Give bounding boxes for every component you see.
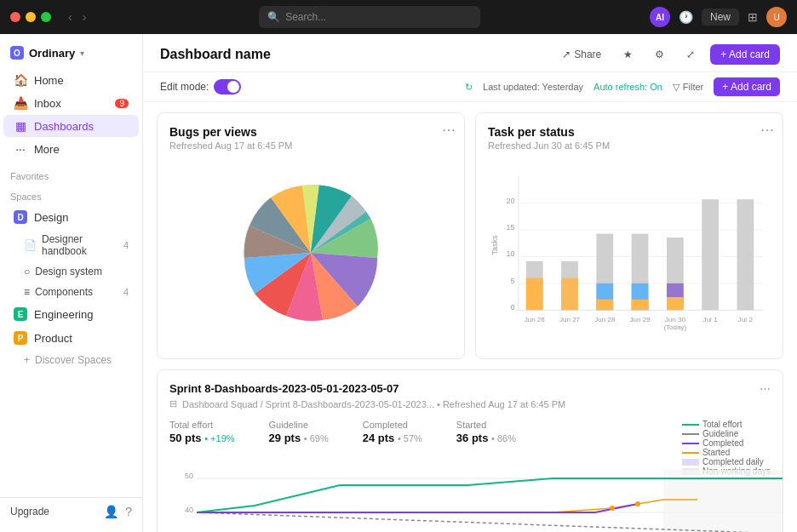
guideline-stat: Guideline 29 pts • 69% [269, 420, 329, 444]
design-space-label: Design [34, 211, 68, 224]
upgrade-button[interactable]: Upgrade [10, 506, 49, 518]
sidebar-item-home[interactable]: 🏠 Home [3, 69, 139, 91]
task-per-status-card: Task per status Refreshed Jun 30 at 6:45… [475, 112, 783, 359]
started-value: 36 pts • 86% [456, 432, 516, 444]
dashboard-header: Dashboard name ↗ Share ★ ⚙ ⤢ + Add card [143, 34, 797, 72]
pie-svg [226, 168, 396, 338]
legend-total-effort-line [682, 424, 699, 426]
filter-label: Filter [683, 82, 703, 92]
task-bar-chart: 0 5 10 15 20 Tasks [488, 159, 771, 346]
legend-started: Started [682, 448, 771, 457]
sidebar-sub-designer-handbook[interactable]: 📄 Designer handbook 4 [3, 230, 139, 260]
svg-rect-14 [526, 278, 543, 311]
design-space-icon: D [14, 210, 27, 224]
sidebar-item-product[interactable]: P Product [3, 327, 139, 349]
workspace-selector[interactable]: O Ordinary ▾ [0, 41, 142, 65]
svg-rect-27 [702, 199, 719, 310]
refresh-icon: ↻ [465, 82, 473, 93]
components-label: Components [35, 286, 93, 298]
favorites-section-label: Favorites [0, 164, 142, 185]
svg-text:Jun 26: Jun 26 [525, 316, 546, 323]
svg-rect-17 [561, 278, 578, 311]
user-icon[interactable]: 👤 [104, 505, 118, 518]
help-icon[interactable]: ? [125, 505, 132, 518]
components-count: 4 [123, 287, 129, 297]
last-updated-text: Last updated: Yesterday [483, 82, 583, 92]
workspace-icon: O [10, 46, 24, 60]
home-icon: 🏠 [14, 73, 27, 87]
toggle-circle [227, 81, 239, 93]
sprint-card: Sprint 8-Dashboards-2023-05-01-2023-05-0… [157, 369, 783, 532]
favorite-button[interactable]: ★ [616, 45, 639, 64]
design-system-label: Design system [35, 266, 102, 277]
workspace-name: Ordinary [29, 47, 75, 60]
sidebar-sub-design-system[interactable]: ○ Design system [3, 262, 139, 281]
nav-arrows: ‹ › [65, 9, 89, 26]
engineering-space-label: Engineering [34, 308, 93, 321]
task-card-menu-icon[interactable]: ⋯ [760, 122, 774, 138]
svg-rect-23 [632, 300, 649, 311]
bugs-card-menu-icon[interactable]: ⋯ [442, 122, 456, 138]
dashboard-toolbar: Edit mode: ↻ Last updated: Yesterday Aut… [143, 72, 797, 102]
sprint-meta-text: Dashboard Squad / Sprint 8-Dashboards-20… [182, 399, 565, 409]
sidebar-dashboards-label: Dashboards [34, 120, 94, 133]
new-button[interactable]: New [702, 9, 739, 26]
svg-text:Jun 30: Jun 30 [665, 316, 686, 323]
legend-total-effort: Total effort [682, 420, 771, 429]
filter-icon: ▽ [673, 82, 679, 93]
started-label: Started [456, 420, 516, 430]
filter-button[interactable]: ▽ Filter [673, 82, 703, 93]
sidebar-sub-components[interactable]: ≡ Components 4 [3, 283, 139, 301]
forward-arrow-icon[interactable]: › [79, 9, 90, 26]
add-card-toolbar-button[interactable]: + Add card [714, 77, 780, 96]
sidebar-discover-spaces[interactable]: + Discover Spaces [3, 351, 139, 369]
guideline-label: Guideline [269, 420, 329, 430]
svg-text:20: 20 [506, 197, 514, 205]
edit-mode-switch[interactable] [214, 79, 241, 94]
dashboard-title: Dashboard name [160, 47, 271, 62]
sidebar-item-engineering[interactable]: E Engineering [3, 303, 139, 325]
grid-icon[interactable]: ⊞ [748, 10, 758, 24]
search-bar[interactable]: 🔍 Search... [259, 6, 480, 28]
back-arrow-icon[interactable]: ‹ [65, 9, 76, 26]
search-icon: 🔍 [267, 11, 280, 23]
gear-icon: ⚙ [655, 49, 664, 60]
auto-refresh-text[interactable]: Auto refresh: On [593, 82, 662, 92]
share-button[interactable]: ↗ Share [555, 45, 608, 64]
product-space-label: Product [34, 332, 72, 345]
total-effort-stat: Total effort 50 pts • +19% [169, 420, 235, 444]
sidebar-home-label: Home [34, 74, 64, 87]
sidebar-item-inbox[interactable]: 📥 Inbox 9 [3, 92, 139, 114]
completed-value: 24 pts • 57% [363, 432, 422, 444]
task-card-title: Task per status [488, 125, 771, 139]
completed-stat: Completed 24 pts • 57% [363, 420, 422, 444]
sidebar-item-design[interactable]: D Design [3, 206, 139, 228]
sidebar-item-dashboards[interactable]: ▦ Dashboards [3, 115, 139, 137]
sprint-chart-svg: 30 40 50 [169, 461, 797, 532]
maximize-button[interactable] [41, 12, 51, 22]
engineering-space-icon: E [14, 307, 27, 321]
dashboard-icon: ⊟ [169, 398, 177, 409]
avatar[interactable]: U [766, 7, 787, 27]
sidebar-item-more[interactable]: ··· More [3, 138, 139, 160]
dashboards-icon: ▦ [14, 119, 27, 133]
discover-spaces-label: Discover Spaces [35, 354, 112, 366]
svg-point-45 [610, 506, 615, 511]
minimize-button[interactable] [26, 12, 36, 22]
sidebar: O Ordinary ▾ 🏠 Home 📥 Inbox 9 ▦ Dashboar… [0, 34, 143, 532]
svg-text:Jul 2: Jul 2 [738, 316, 754, 323]
svg-rect-28 [737, 199, 754, 310]
legend-completed-line [682, 443, 699, 444]
edit-mode-toggle: Edit mode: [160, 79, 241, 94]
close-button[interactable] [10, 12, 20, 22]
topbar-left: ‹ › [10, 9, 89, 26]
topbar-right: AI 🕐 New ⊞ U [650, 7, 787, 27]
ai-badge[interactable]: AI [650, 7, 670, 27]
sidebar-inbox-label: Inbox [34, 97, 61, 110]
clock-icon: 🕐 [679, 10, 693, 24]
add-card-button[interactable]: + Add card [710, 44, 780, 65]
workspace-caret-icon: ▾ [80, 49, 84, 58]
settings-button[interactable]: ⚙ [648, 45, 671, 64]
sprint-menu-icon[interactable]: ⋯ [760, 382, 771, 395]
expand-button[interactable]: ⤢ [679, 45, 702, 64]
